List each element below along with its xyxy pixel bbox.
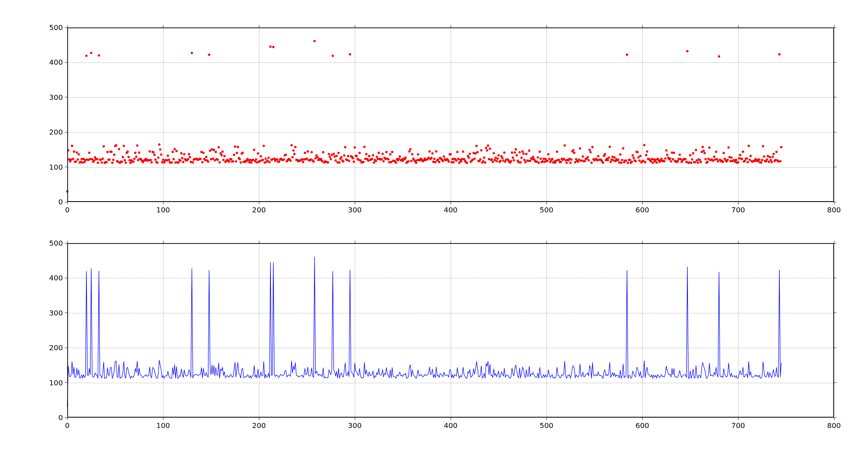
xtick-mark-top [642, 25, 643, 27]
scatter-point [645, 154, 647, 156]
scatter-point [466, 162, 468, 164]
scatter-point [703, 152, 706, 154]
scatter-point [565, 162, 567, 164]
scatter-point [501, 157, 503, 159]
scatter-point [365, 153, 367, 155]
scatter-point [672, 158, 674, 160]
ytick-label: 100 [49, 163, 63, 171]
scatter-point [103, 145, 105, 147]
scatter-point [338, 161, 340, 164]
scatter-point [75, 160, 77, 162]
scatter-point [430, 157, 433, 159]
scatter-point [437, 158, 439, 161]
scatter-point [556, 151, 558, 153]
scatter-point [491, 158, 493, 161]
xtick-mark [163, 418, 163, 420]
scatter-point [187, 158, 189, 160]
scatter-point [524, 161, 527, 163]
scatter-point [168, 159, 170, 161]
scatter-point [516, 154, 518, 156]
scatter-point [278, 161, 280, 163]
scatter-point [591, 146, 593, 148]
scatter-point [78, 153, 80, 155]
scatter-point [622, 147, 624, 149]
scatter-point [220, 154, 222, 156]
scatter-point [691, 158, 693, 160]
scatter-point [389, 153, 391, 155]
scatter-point [651, 158, 653, 160]
scatter-point [702, 150, 705, 152]
scatter-point [699, 159, 701, 161]
scatter-point [499, 160, 502, 162]
scatter-point [209, 149, 211, 152]
ytick-label: 500 [49, 23, 63, 32]
scatter-point [608, 156, 610, 158]
scatter-point [283, 158, 285, 160]
scatter-point [173, 158, 175, 160]
scatter-point [90, 52, 92, 54]
scatter-point [492, 161, 494, 163]
ytick-mark-right [834, 62, 837, 63]
scatter-point [267, 157, 269, 159]
scatter-point [222, 159, 225, 161]
scatter-point [569, 162, 571, 164]
scatter-point [252, 159, 254, 161]
ytick-mark [65, 202, 67, 202]
xtick-mark [163, 202, 163, 204]
scatter-point [775, 151, 778, 153]
scatter-point [642, 160, 644, 162]
ytick-mark-right [834, 278, 837, 278]
scatter-point [469, 153, 471, 155]
scatter-point [544, 158, 546, 160]
scatter-point [512, 156, 514, 158]
scatter-point [435, 150, 437, 152]
scatter-point [779, 160, 781, 162]
scatter-point [484, 161, 486, 164]
scatter-point [218, 146, 220, 148]
scatter-point [650, 160, 652, 162]
scatter-point [487, 144, 489, 147]
scatter-point [587, 156, 589, 158]
scatter-point [390, 161, 392, 163]
scatter-point [181, 157, 183, 159]
ytick-mark [65, 348, 67, 348]
xtick-mark-top [355, 241, 355, 243]
scatter-point [694, 161, 696, 163]
xtick-mark [355, 202, 355, 204]
scatter-point [582, 155, 584, 157]
xtick-label: 300 [348, 206, 362, 214]
scatter-point [110, 151, 112, 153]
scatter-point [417, 153, 419, 155]
scatter-point [728, 156, 731, 158]
scatter-point [563, 144, 566, 147]
scatter-point [565, 159, 567, 161]
scatter-point [627, 162, 629, 164]
scatter-point [106, 151, 109, 153]
scatter-point [223, 155, 225, 157]
xtick-mark-top [546, 241, 547, 243]
scatter-point [660, 158, 663, 160]
ytick-mark [65, 278, 67, 278]
gridline-v [834, 243, 834, 418]
scatter-point [398, 158, 400, 160]
scatter-point [285, 154, 287, 156]
xtick-label: 700 [731, 421, 745, 430]
scatter-point [347, 155, 349, 157]
scatter-point [148, 159, 150, 161]
scatter-point [255, 158, 257, 160]
scatter-point [179, 160, 182, 162]
scatter-point [532, 156, 534, 158]
scatter-point [391, 151, 393, 153]
ytick-label: 200 [49, 128, 63, 136]
figure: 0100200300400500600700800 01002003004005… [0, 0, 868, 449]
xtick-mark [259, 202, 259, 204]
scatter-point [122, 156, 124, 158]
scatter-point [485, 147, 487, 149]
xtick-label: 0 [65, 206, 70, 214]
scatter-point [218, 161, 221, 164]
scatter-point [332, 55, 334, 57]
scatter-point [558, 159, 560, 161]
scatter-svg [67, 27, 834, 202]
scatter-point [135, 156, 137, 158]
scatter-point [686, 50, 688, 52]
